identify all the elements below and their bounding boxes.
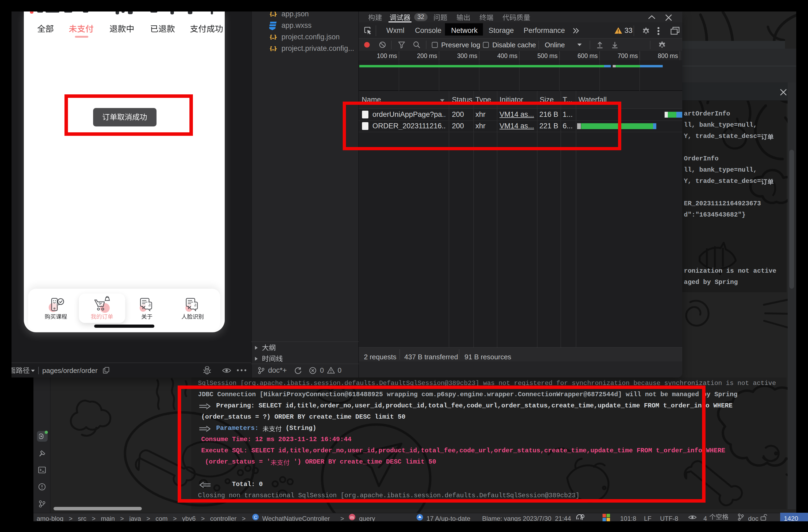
- svg-text:C: C: [254, 515, 257, 520]
- svg-text:m: m: [350, 515, 354, 520]
